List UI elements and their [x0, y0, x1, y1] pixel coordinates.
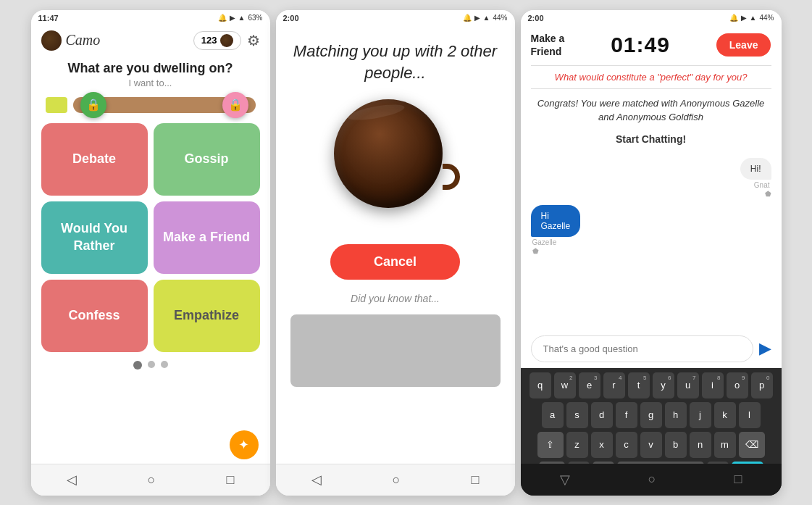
nav-recent-2[interactable]: □ — [472, 472, 480, 488]
cancel-button[interactable]: Cancel — [330, 244, 460, 280]
slider-left-color — [46, 97, 67, 113]
kb-row-1: q w2 e3 r4 t5 y6 u7 i8 o9 p0 — [524, 372, 779, 398]
category-grid: Debate Gossip Would You Rather Make a Fr… — [31, 120, 270, 358]
key-q[interactable]: q — [530, 372, 551, 398]
matching-title: Matching you up with 2 other people... — [290, 41, 501, 85]
key-s[interactable]: s — [566, 402, 588, 428]
dot-2[interactable] — [148, 361, 155, 368]
avatar-indicator-left: ⬟ — [531, 247, 581, 255]
logo-icon — [41, 30, 62, 51]
signal-icon: ▶ — [230, 14, 235, 22]
logo-text: Camo — [66, 32, 101, 49]
nav-home[interactable]: ○ — [148, 472, 156, 488]
logo-area: Camo — [41, 30, 101, 51]
key-e[interactable]: e3 — [579, 372, 600, 398]
kb-row-2: a s d f g h j k l — [524, 402, 779, 428]
match-announcement: Congrats! You were matched with Anonymou… — [521, 91, 782, 130]
key-shift[interactable]: ⇧ — [537, 432, 564, 458]
avatar-indicator-right: ⬟ — [740, 190, 771, 198]
notif-icon-3: 🔔 — [729, 14, 738, 22]
key-d[interactable]: d — [591, 402, 613, 428]
key-z[interactable]: z — [566, 432, 588, 458]
key-a[interactable]: a — [542, 402, 564, 428]
coffee-small-icon — [220, 34, 233, 47]
app-header-1: Camo 123 ⚙ — [31, 26, 270, 55]
nav-back[interactable]: ◁ — [67, 472, 77, 488]
divider-2 — [531, 88, 771, 89]
send-button[interactable]: ▶ — [759, 339, 771, 358]
leave-button[interactable]: Leave — [716, 33, 771, 57]
coffee-cup-area — [334, 99, 457, 222]
notif-icon-2: 🔔 — [463, 14, 472, 22]
key-p[interactable]: p0 — [751, 372, 773, 398]
slider-thumb-left[interactable]: 🔒 — [80, 92, 106, 118]
key-backspace[interactable]: ⌫ — [739, 432, 765, 458]
phone-screen-3: 2:00 🔔 ▶ ▲ 44% Make aFriend 01:49 Leave … — [521, 10, 782, 496]
time-2: 2:00 — [283, 14, 299, 22]
slider-thumb-right[interactable]: 🔒 — [222, 92, 248, 118]
key-v[interactable]: v — [640, 432, 662, 458]
pagination-dots — [31, 358, 270, 375]
tile-confess[interactable]: Confess — [41, 280, 148, 352]
countdown-timer: 01:49 — [611, 33, 670, 57]
status-bar-2: 2:00 🔔 ▶ ▲ 44% — [276, 10, 515, 26]
key-w[interactable]: w2 — [554, 372, 576, 398]
key-i[interactable]: i8 — [702, 372, 724, 398]
nav-recent[interactable]: □ — [227, 472, 235, 488]
key-r[interactable]: r4 — [603, 372, 625, 398]
slider-track[interactable]: 🔒 🔒 — [73, 97, 256, 113]
dot-3[interactable] — [161, 361, 168, 368]
key-g[interactable]: g — [640, 402, 662, 428]
tile-empathize[interactable]: Empathize — [154, 280, 260, 352]
header-right: 123 ⚙ — [193, 31, 260, 50]
nav-bar-1: ◁ ○ □ — [31, 464, 270, 496]
make-friend-label: Make aFriend — [531, 32, 565, 58]
fab-button[interactable]: ✦ — [230, 430, 259, 459]
tile-make-a-friend[interactable]: Make a Friend — [154, 201, 260, 274]
nav-back-2[interactable]: ◁ — [311, 472, 322, 488]
notif-icon: 🔔 — [218, 14, 227, 22]
bubble-left-name: Gazelle — [531, 238, 581, 246]
nav-home-3[interactable]: ○ — [648, 472, 656, 487]
message-left-1: HiGazelle Gazelle ⬟ — [531, 205, 581, 255]
nav-home-2[interactable]: ○ — [393, 472, 401, 488]
key-y[interactable]: y6 — [653, 372, 674, 398]
bubble-right-name: Gnat — [740, 181, 771, 189]
key-n[interactable]: n — [690, 432, 711, 458]
coins-count: 123 — [201, 35, 217, 46]
key-j[interactable]: j — [690, 402, 711, 428]
gear-icon[interactable]: ⚙ — [247, 32, 260, 49]
nav-recent-3[interactable]: □ — [734, 472, 742, 487]
key-b[interactable]: b — [665, 432, 687, 458]
key-h[interactable]: h — [665, 402, 687, 428]
nav-back-3[interactable]: ▽ — [560, 472, 570, 488]
coins-badge[interactable]: 123 — [193, 31, 241, 50]
key-k[interactable]: k — [714, 402, 736, 428]
tile-gossip[interactable]: Gossip — [154, 123, 260, 196]
key-x[interactable]: x — [591, 432, 613, 458]
chat-question: What would constitute a "perfect" day fo… — [521, 67, 782, 87]
divider-1 — [531, 65, 771, 66]
chat-header: Make aFriend 01:49 Leave — [521, 26, 782, 64]
phone-screen-2: 2:00 🔔 ▶ ▲ 44% Matching you up with 2 ot… — [276, 10, 515, 496]
key-o[interactable]: o9 — [727, 372, 748, 398]
key-m[interactable]: m — [714, 432, 736, 458]
time-1: 11:47 — [38, 14, 59, 22]
coffee-cup — [334, 99, 450, 215]
key-u[interactable]: u7 — [677, 372, 699, 398]
phone-screen-1: 11:47 🔔 ▶ ▲ 63% Camo 123 ⚙ Wha — [31, 10, 270, 496]
chat-input[interactable] — [531, 335, 753, 362]
did-you-know-text: Did you know that... — [351, 293, 440, 304]
key-t[interactable]: t5 — [628, 372, 650, 398]
key-l[interactable]: l — [739, 402, 761, 428]
dot-1[interactable] — [133, 361, 142, 370]
tile-debate[interactable]: Debate — [41, 123, 148, 196]
fab-icon: ✦ — [238, 437, 249, 453]
wifi-icon-2: ▲ — [483, 14, 490, 22]
key-f[interactable]: f — [616, 402, 637, 428]
start-chatting-label: Start Chatting! — [521, 130, 782, 152]
key-c[interactable]: c — [616, 432, 637, 458]
chat-messages: Hi! Gnat ⬟ HiGazelle Gazelle ⬟ — [521, 152, 782, 330]
tile-would-you-rather[interactable]: Would You Rather — [41, 201, 148, 274]
message-right-1: Hi! Gnat ⬟ — [740, 158, 771, 198]
